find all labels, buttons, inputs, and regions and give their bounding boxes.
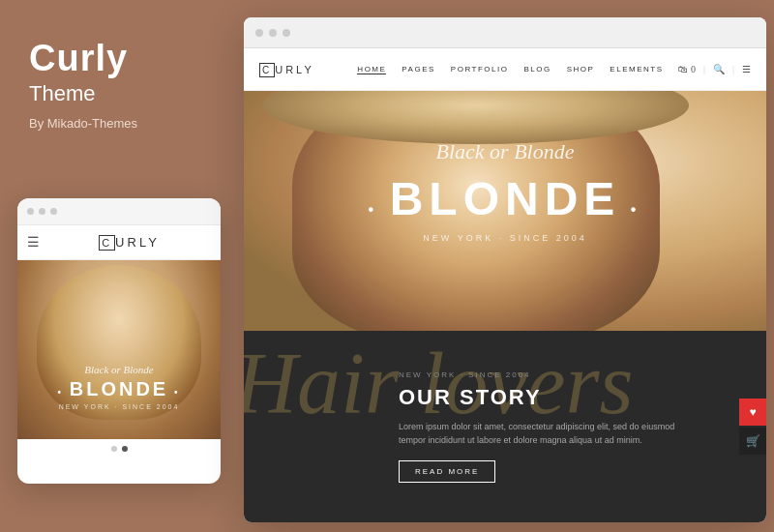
- browser-dot-2: [269, 29, 277, 37]
- nav-dot-2: [122, 446, 128, 452]
- story-body: Lorem ipsum dolor sit amet, consectetur …: [399, 420, 699, 448]
- mobile-script-text: Black or Blonde: [17, 364, 221, 375]
- brand-title: Curly: [29, 39, 128, 79]
- nav-dot-1: [111, 446, 117, 452]
- story-sub: NEW YORK · SINCE 2004: [399, 370, 699, 379]
- hero-main-text: BLONDE: [244, 172, 766, 225]
- nav-link-pages[interactable]: PAGES: [402, 65, 434, 74]
- nav-icons: 🛍 0 | 🔍 | ☰: [678, 64, 751, 74]
- mobile-logo-bracket: C: [99, 235, 115, 251]
- mobile-since-text: NEW YORK · SINCE 2004: [17, 403, 221, 410]
- site-logo: CURLY: [259, 64, 314, 75]
- browser-dot-3: [283, 29, 290, 37]
- mobile-preview-card: ☰ CURLY Black or Blonde BLONDE NEW YORK …: [17, 198, 221, 484]
- mobile-hero-text: Black or Blonde BLONDE NEW YORK · SINCE …: [17, 364, 221, 410]
- browser-window: CURLY HOME PAGES PORTFOLIO BLOG SHOP ELE…: [244, 17, 766, 522]
- cart-float-button[interactable]: 🛒: [739, 428, 766, 455]
- mobile-dot-2: [39, 208, 45, 215]
- hero-script-text: Black or Blonde: [244, 139, 766, 164]
- nav-links: HOME PAGES PORTFOLIO BLOG SHOP ELEMENTS: [357, 65, 663, 74]
- hero-text-overlay: Black or Blonde BLONDE NEW YORK · SINCE …: [244, 139, 766, 243]
- nav-link-portfolio[interactable]: PORTFOLIO: [451, 65, 509, 74]
- brand-by: By Mikado-Themes: [29, 116, 137, 131]
- mobile-nav-bar: ☰ CURLY: [17, 225, 221, 260]
- site-navigation: CURLY HOME PAGES PORTFOLIO BLOG SHOP ELE…: [244, 48, 766, 91]
- mobile-dot-3: [50, 208, 57, 215]
- hamburger-icon: ☰: [27, 234, 40, 251]
- story-section: Hair lovers NEW YORK · SINCE 2004 OUR ST…: [244, 331, 766, 522]
- mobile-hero-face-bg: [17, 260, 221, 439]
- mobile-hero-section: Black or Blonde BLONDE NEW YORK · SINCE …: [17, 260, 221, 439]
- logo-c-bracket: C: [259, 63, 275, 77]
- mobile-blonde-text: BLONDE: [17, 378, 221, 400]
- search-icon[interactable]: 🔍: [713, 64, 725, 74]
- nav-link-home[interactable]: HOME: [357, 65, 386, 74]
- hero-since-text: NEW YORK · SINCE 2004: [244, 233, 766, 243]
- mobile-titlebar: [17, 198, 221, 225]
- brand-subtitle: Theme: [29, 81, 95, 106]
- cart-icon[interactable]: 🛍 0: [678, 64, 696, 74]
- read-more-button[interactable]: READ MORE: [399, 460, 495, 483]
- story-content: NEW YORK · SINCE 2004 OUR STORY Lorem ip…: [399, 370, 699, 484]
- browser-dot-1: [255, 29, 263, 37]
- site-hero-section: Black or Blonde BLONDE NEW YORK · SINCE …: [244, 91, 766, 331]
- mobile-dots-nav: [17, 439, 221, 458]
- floating-buttons: ♥ 🛒: [739, 399, 766, 455]
- favorite-float-button[interactable]: ♥: [739, 399, 766, 426]
- nav-link-shop[interactable]: SHOP: [567, 65, 595, 74]
- mobile-logo: CURLY: [47, 235, 211, 250]
- menu-icon[interactable]: ☰: [742, 64, 751, 74]
- left-panel: Curly Theme By Mikado-Themes ☰ CURLY Bla…: [0, 0, 240, 532]
- nav-link-elements[interactable]: ELEMENTS: [610, 65, 663, 74]
- mobile-dot-1: [27, 208, 34, 215]
- browser-titlebar: [244, 17, 766, 48]
- nav-link-blog[interactable]: BLOG: [523, 65, 551, 74]
- story-title: OUR STORY: [399, 385, 699, 410]
